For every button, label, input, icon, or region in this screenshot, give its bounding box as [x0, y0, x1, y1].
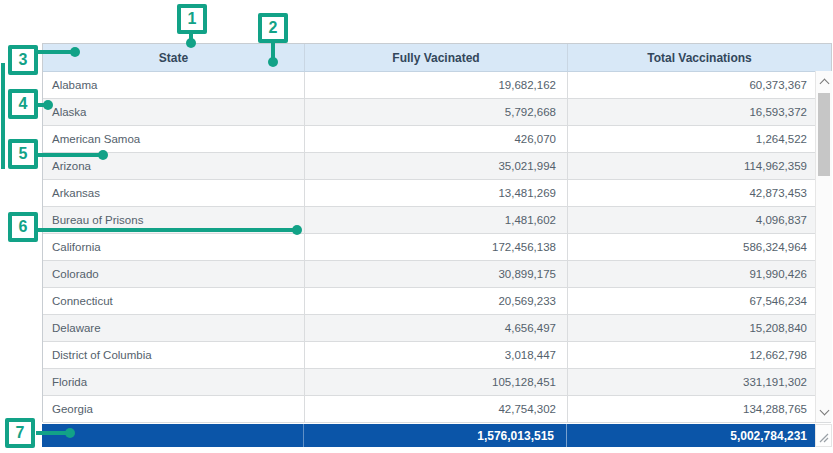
- attribute-table: State Fully Vacinated Total Vaccinations…: [42, 43, 832, 422]
- cell-state: Connecticut: [43, 288, 304, 314]
- table-row[interactable]: Alaska 5,792,668 16,593,372: [43, 99, 831, 126]
- cell-fully-vaccinated: 19,682,162: [304, 72, 567, 98]
- annotation-dot-7: [65, 428, 75, 438]
- annotation-callout-3: 3: [8, 45, 38, 75]
- cell-total-vaccinations: 114,962,359: [567, 153, 831, 179]
- vertical-scrollbar[interactable]: [815, 71, 832, 422]
- totals-total-vaccinations: 5,002,784,231: [566, 424, 815, 447]
- cell-fully-vaccinated: 4,656,497: [304, 315, 567, 341]
- cell-fully-vaccinated: 1,481,602: [304, 207, 567, 233]
- table-row[interactable]: Florida 105,128,451 331,191,302: [43, 369, 831, 396]
- table-row[interactable]: Delaware 4,656,497 15,208,840: [43, 315, 831, 342]
- cell-fully-vaccinated: 20,569,233: [304, 288, 567, 314]
- cell-fully-vaccinated: 13,481,269: [304, 180, 567, 206]
- annotation-callout-7: 7: [5, 418, 35, 448]
- annotation-connector-6: [38, 228, 294, 232]
- totals-fully-vaccinated: 1,576,013,515: [303, 424, 566, 447]
- cell-state: Delaware: [43, 315, 304, 341]
- table-row[interactable]: Arkansas 13,481,269 42,873,453: [43, 180, 831, 207]
- annotation-callout-1: 1: [177, 4, 207, 34]
- cell-total-vaccinations: 331,191,302: [567, 369, 831, 395]
- column-header-state[interactable]: State: [43, 44, 304, 71]
- table-row[interactable]: American Samoa 426,070 1,264,522: [43, 126, 831, 153]
- scroll-up-icon[interactable]: [820, 79, 830, 89]
- annotation-number-3: 3: [19, 51, 28, 69]
- cell-state: District of Columbia: [43, 342, 304, 368]
- table-row[interactable]: Colorado 30,899,175 91,990,426: [43, 261, 831, 288]
- cell-state: Alaska: [43, 99, 304, 125]
- totals-state-cell: [42, 424, 303, 447]
- totals-row: 1,576,013,515 5,002,784,231: [42, 424, 815, 447]
- cell-total-vaccinations: 42,873,453: [567, 180, 831, 206]
- annotation-number-5: 5: [19, 145, 28, 163]
- cell-total-vaccinations: 1,264,522: [567, 126, 831, 152]
- table-body: Alabama 19,682,162 60,373,367 Alaska 5,7…: [43, 72, 831, 423]
- cell-total-vaccinations: 15,208,840: [567, 315, 831, 341]
- table-row[interactable]: Arizona 35,021,994 114,962,359: [43, 153, 831, 180]
- cell-total-vaccinations: 16,593,372: [567, 99, 831, 125]
- annotation-connector-3: [38, 50, 72, 54]
- annotation-dot-5: [98, 150, 108, 160]
- annotation-dot-2: [268, 57, 278, 67]
- cell-state: Colorado: [43, 261, 304, 287]
- column-header-total-vaccinations[interactable]: Total Vaccinations: [567, 44, 831, 71]
- cell-total-vaccinations: 134,288,765: [567, 396, 831, 422]
- scrollbar-thumb[interactable]: [818, 93, 830, 176]
- cell-state: Florida: [43, 369, 304, 395]
- cell-total-vaccinations: 67,546,234: [567, 288, 831, 314]
- table-row[interactable]: Georgia 42,754,302 134,288,765: [43, 396, 831, 423]
- cell-total-vaccinations: 91,990,426: [567, 261, 831, 287]
- annotation-rail: [1, 63, 5, 169]
- cell-fully-vaccinated: 42,754,302: [304, 396, 567, 422]
- annotation-callout-5: 5: [8, 139, 38, 169]
- cell-fully-vaccinated: 3,018,447: [304, 342, 567, 368]
- annotation-callout-4: 4: [8, 89, 38, 119]
- annotation-number-6: 6: [19, 218, 28, 236]
- annotation-dot-6: [292, 225, 302, 235]
- cell-state: California: [43, 234, 304, 260]
- annotation-dot-4: [43, 100, 53, 110]
- cell-fully-vaccinated: 5,792,668: [304, 99, 567, 125]
- annotation-callout-6: 6: [8, 212, 38, 242]
- cell-fully-vaccinated: 172,456,138: [304, 234, 567, 260]
- table-row[interactable]: District of Columbia 3,018,447 12,662,79…: [43, 342, 831, 369]
- table-row[interactable]: Alabama 19,682,162 60,373,367: [43, 72, 831, 99]
- cell-state: Arkansas: [43, 180, 304, 206]
- annotation-callout-2: 2: [258, 13, 288, 43]
- cell-total-vaccinations: 586,324,964: [567, 234, 831, 260]
- annotation-number-7: 7: [16, 424, 25, 442]
- resize-grip-icon[interactable]: [819, 433, 829, 443]
- annotation-number-1: 1: [188, 10, 197, 28]
- annotation-connector-7: [36, 431, 67, 435]
- attribute-table-screenshot: State Fully Vacinated Total Vaccinations…: [0, 0, 833, 453]
- cell-state: Georgia: [43, 396, 304, 422]
- annotation-dot-3: [70, 47, 80, 57]
- table-row[interactable]: California 172,456,138 586,324,964: [43, 234, 831, 261]
- cell-total-vaccinations: 60,373,367: [567, 72, 831, 98]
- column-header-fully-vaccinated[interactable]: Fully Vacinated: [304, 44, 567, 71]
- cell-state: Alabama: [43, 72, 304, 98]
- annotation-connector-5: [38, 153, 100, 157]
- cell-fully-vaccinated: 35,021,994: [304, 153, 567, 179]
- cell-state: American Samoa: [43, 126, 304, 152]
- table-header-row: State Fully Vacinated Total Vaccinations: [43, 44, 831, 72]
- annotation-number-2: 2: [269, 19, 278, 37]
- annotation-dot-1: [186, 38, 196, 48]
- cell-total-vaccinations: 12,662,798: [567, 342, 831, 368]
- cell-total-vaccinations: 4,096,837: [567, 207, 831, 233]
- cell-fully-vaccinated: 30,899,175: [304, 261, 567, 287]
- cell-fully-vaccinated: 105,128,451: [304, 369, 567, 395]
- table-row[interactable]: Connecticut 20,569,233 67,546,234: [43, 288, 831, 315]
- scroll-down-icon[interactable]: [820, 406, 830, 416]
- cell-fully-vaccinated: 426,070: [304, 126, 567, 152]
- annotation-number-4: 4: [19, 95, 28, 113]
